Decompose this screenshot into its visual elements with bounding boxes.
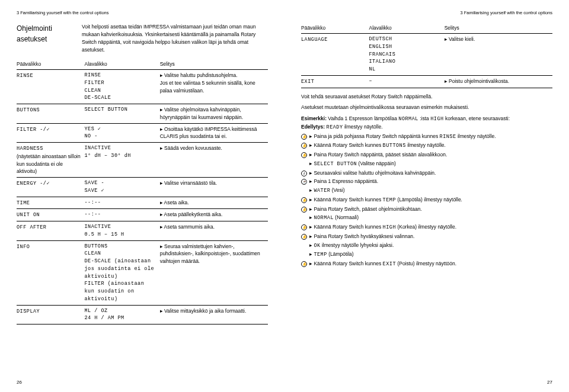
cell-main: RINSE <box>17 70 84 104</box>
cell-main: ENERGY -/✓ <box>17 178 84 197</box>
cell-sub: YES ✓NO - <box>84 123 159 143</box>
cell-sub: SELECT BUTTON <box>84 104 159 124</box>
cell-sub: --:-- <box>84 209 159 221</box>
table-row: LANGUAGEDEUTSCHENGLISHFRANCAISITALIANONL… <box>301 34 552 76</box>
cell-sub: DEUTSCHENGLISHFRANCAISITALIANONL <box>369 34 444 76</box>
step-row: ✋Paina Rotary Switch näppäintä, pääset s… <box>301 151 552 159</box>
header-right: 3 Familiarising yourself with the contro… <box>301 9 552 16</box>
step-text: Paina 1 Espresso näppäintä. <box>309 178 552 185</box>
step-row: SELECT BUTTON (Valitse näppäin) <box>301 160 552 168</box>
precondition-line: Edellytys: READY ilmestyy näytölle. <box>301 123 552 131</box>
cell-sub: RINSEFILTERCLEANDE-SCALE <box>84 70 159 104</box>
section-title: Ohjelmointi asetukset <box>17 23 82 44</box>
cell-main: FILTER -/✓ <box>17 123 84 143</box>
hand-icon: ✋ <box>301 196 309 204</box>
step-row: WATER (Vesi) <box>301 187 552 195</box>
table-row: OFF AFTERINACTIVE0.5 H – 15 HAseta sammu… <box>17 221 268 241</box>
cell-sub: BUTTONSCLEANDE-SCALE (ainoastaan jos suo… <box>84 240 159 305</box>
step-row: NORMAL (Normaali) <box>301 214 552 222</box>
step-row: iSeuraavaksi valitse haluttu ohjelmoitav… <box>301 169 552 177</box>
step-text: Seuraavaksi valitse haluttu ohjelmoitava… <box>309 169 552 177</box>
step-row: TEMP (Lämpötila) <box>301 250 552 259</box>
right-menu-table: Päävalikko Alavalikko Selitys LANGUAGEDE… <box>301 23 552 88</box>
table-row: HARDNESS(näytetään ainoastaan silloin ku… <box>17 143 268 178</box>
step-text: Paina ja pidä pohjassa Rotary Switch näp… <box>309 133 552 141</box>
table-row: BUTTONSSELECT BUTTONValitse ohjelmoitava… <box>17 104 268 124</box>
table-row: TIME--:--Aseta aika. <box>17 197 268 209</box>
cell-sub: SAVE -SAVE ✓ <box>84 178 159 197</box>
hand-icon: ✋ <box>301 151 309 159</box>
step-text: WATER (Vesi) <box>309 187 552 195</box>
step-list: ✋Paina ja pidä pohjassa Rotary Switch nä… <box>301 133 552 268</box>
step-row: ✋Käännä Rotary Switch kunnes EXIT (Poist… <box>301 260 552 268</box>
step-row: ☕Paina 1 Espresso näppäintä. <box>301 178 552 185</box>
intro-row: Ohjelmointi asetukset Voit helposti aset… <box>17 23 268 53</box>
cell-main: DISPLAY <box>17 305 84 324</box>
step-text: Käännä Rotary Switch kunnes EXIT (Poistu… <box>309 260 552 268</box>
step-row: ✋Käännä Rotary Switch kunnes TEMP (Lämpö… <box>301 196 552 204</box>
hand-icon: ✋ <box>301 233 309 240</box>
step-row: ✋Käännä Rotary Switch kunnes HIGH (Korke… <box>301 223 552 232</box>
right-para-1: Voit tehdä seuraavat asetukset Rotary Sw… <box>301 93 552 101</box>
hand-icon: ✋ <box>301 142 309 149</box>
right-para-2: Asetukset muutetaan ohjelmointivalikossa… <box>301 104 552 111</box>
step-text: Paina Rotary Switch näppäintä, pääset si… <box>309 151 552 159</box>
table-row: ENERGY -/✓SAVE -SAVE ✓Valitse virransääs… <box>17 178 268 197</box>
step-text: NORMAL (Normaali) <box>309 214 552 222</box>
table-row: RINSERINSEFILTERCLEANDE-SCALEValitse hal… <box>17 70 268 104</box>
hand-icon: ✋ <box>301 133 309 140</box>
cell-desc: Aseta aika. <box>160 197 268 209</box>
th-sub-r: Alavalikko <box>369 23 444 33</box>
table-row: UNIT ON--:--Aseta päällekytkentä aika. <box>17 209 268 221</box>
table-row: DISPLAYML / OZ24 H / AM PMValitse mittay… <box>17 305 268 324</box>
hand-icon: ✋ <box>301 205 309 213</box>
cell-desc: Osoittaa käytätkö IMPRESSA keittimessä C… <box>160 123 268 143</box>
cell-desc: Valitse kieli. <box>445 34 552 76</box>
table-row: EXIT–Poistu ohjelmointivalikosta. <box>301 75 552 88</box>
header-left: 3 Familiarising yourself with the contro… <box>17 9 268 16</box>
th-main: Päävalikko <box>17 59 84 69</box>
cup-icon: ☕ <box>301 178 309 185</box>
step-text: OK ilmestyy näytölle lyhyeksi ajaksi. <box>309 242 552 250</box>
cell-main: UNIT ON <box>17 209 84 221</box>
step-text: TEMP (Lämpötila) <box>309 250 552 259</box>
cell-sub: ML / OZ24 H / AM PM <box>84 305 159 324</box>
step-text: Paina Rotary Switch, pääset ohjelmointik… <box>309 205 552 213</box>
cell-main: LANGUAGE <box>301 34 369 76</box>
step-text: SELECT BUTTON (Valitse näppäin) <box>309 160 552 168</box>
cell-desc: Valitse haluttu puhdistusohjelma.Jos et … <box>160 70 268 104</box>
th-sub: Alavalikko <box>84 59 159 69</box>
cell-desc: Seuraa valmistettujen kahvien-, puhdistu… <box>160 240 268 305</box>
step-text: Paina Rotary Switch hyväksyäksesi valinn… <box>309 233 552 240</box>
cell-main: HARDNESS(näytetään ainoastaan silloin ku… <box>17 143 84 178</box>
th-desc-r: Selitys <box>445 23 552 33</box>
cell-main: OFF AFTER <box>17 221 84 241</box>
cell-sub: INACTIVE1° dH – 30° dH <box>84 143 159 178</box>
cell-sub: – <box>369 75 444 88</box>
step-row: ✋Käännä Rotary Switch kunnes BUTTONS ilm… <box>301 142 552 150</box>
left-page: 3 Familiarising yourself with the contro… <box>0 0 284 392</box>
i-icon: i <box>301 169 309 177</box>
cell-sub: INACTIVE0.5 H – 15 H <box>84 221 159 241</box>
cell-desc: Aseta päällekytkentä aika. <box>160 209 268 221</box>
step-row: ✋Paina Rotary Switch, pääset ohjelmointi… <box>301 205 552 213</box>
step-row: OK ilmestyy näytölle lyhyeksi ajaksi. <box>301 242 552 250</box>
step-text: Käännä Rotary Switch kunnes BUTTONS ilme… <box>309 142 552 150</box>
th-main-r: Päävalikko <box>301 23 369 33</box>
right-page: 3 Familiarising yourself with the contro… <box>284 0 569 392</box>
intro-text: Voit helposti asettaa teidän IMPRESSA va… <box>82 23 268 53</box>
example-line: Esimerkki: Vaihda 1 Espresson lämpötilaa… <box>301 115 552 123</box>
cell-sub: --:-- <box>84 197 159 209</box>
hand-icon: ✋ <box>301 260 309 268</box>
table-row: INFOBUTTONSCLEANDE-SCALE (ainoastaan jos… <box>17 240 268 305</box>
cell-desc: Valitse virransäästö tila. <box>160 178 268 197</box>
cell-desc: Poistu ohjelmointivalikosta. <box>445 75 552 88</box>
cell-main: TIME <box>17 197 84 209</box>
cell-main: BUTTONS <box>17 104 84 124</box>
cell-main: EXIT <box>301 75 369 88</box>
step-text: Käännä Rotary Switch kunnes TEMP (Lämpöt… <box>309 196 552 204</box>
cell-desc: Aseta sammumis aika. <box>160 221 268 241</box>
page-number-left: 26 <box>17 379 22 386</box>
left-menu-table: Päävalikko Alavalikko Selitys RINSERINSE… <box>17 59 268 324</box>
page-number-right: 27 <box>547 379 552 386</box>
